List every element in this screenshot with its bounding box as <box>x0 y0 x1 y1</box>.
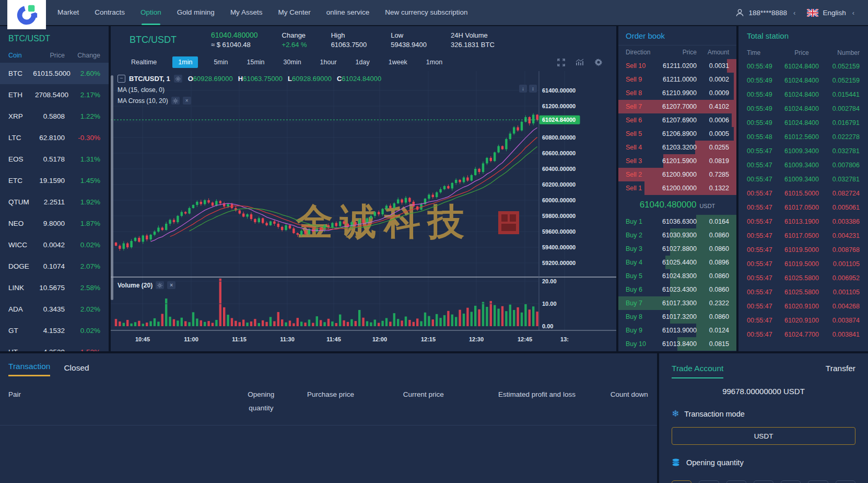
trade-price: 61020.9100 <box>780 317 823 324</box>
fullscreen-icon[interactable] <box>557 59 565 66</box>
quantity-option-button[interactable] <box>781 480 801 483</box>
buy-row[interactable]: Buy 561024.83000.0860 <box>618 269 736 283</box>
sell-row[interactable]: Sell 761207.70000.4102 <box>618 100 736 113</box>
sell-row[interactable]: Sell 461203.32000.0255 <box>618 141 736 154</box>
coin-row-qtum[interactable]: QTUM2.25111.92% <box>0 191 109 213</box>
scale-updown-arrow-icon[interactable]: ↕ <box>529 85 537 93</box>
ob-direction: Sell 10 <box>626 62 654 70</box>
quantity-option-button[interactable] <box>808 480 828 483</box>
trade-account-title[interactable]: Trade Account <box>672 364 723 378</box>
coin-row-xrp[interactable]: XRP0.58081.22% <box>0 106 109 127</box>
trade-price: 61024.7700 <box>780 331 823 338</box>
ob-direction: Buy 7 <box>626 300 654 307</box>
trade-number: 0.003874 <box>823 317 860 324</box>
buy-row[interactable]: Buy 161036.63000.0164 <box>618 215 736 228</box>
ob-price: 61200.9000 <box>654 171 697 178</box>
ma-cross-close-icon[interactable]: × <box>183 97 191 105</box>
quantity-option-button[interactable] <box>754 480 773 483</box>
buy-row[interactable]: Buy 761017.33000.2322 <box>618 296 736 310</box>
sell-row[interactable]: Sell 561206.89000.0005 <box>618 127 736 141</box>
quantity-option-button[interactable] <box>836 480 855 483</box>
volume-close-icon[interactable]: × <box>167 281 175 289</box>
scale-down-arrow-icon[interactable]: ↓ <box>519 85 527 93</box>
svg-text:20.00: 20.00 <box>542 278 557 284</box>
brand-logo[interactable] <box>7 0 46 29</box>
coin-row-eth[interactable]: ETH2708.54002.17% <box>0 84 109 106</box>
coin-symbol: LINK <box>8 284 39 292</box>
buy-row[interactable]: Buy 461025.44000.0896 <box>618 256 736 269</box>
ob-price: 61030.9300 <box>654 232 697 239</box>
timeframe-Realtime[interactable]: Realtime <box>128 56 160 68</box>
coin-row-eos[interactable]: EOS0.51781.31% <box>0 148 109 170</box>
nav-item-option[interactable]: Option <box>140 0 161 25</box>
user-phone[interactable]: 188****8888 <box>748 9 787 17</box>
ob-price: 61207.7000 <box>654 103 697 110</box>
nav-item-my-assets[interactable]: My Assets <box>230 0 263 25</box>
buy-row[interactable]: Buy 361027.88000.0860 <box>618 242 736 256</box>
nav-item-my-center[interactable]: My Center <box>278 0 310 25</box>
last-trade-unit: USDT <box>699 203 715 209</box>
chart-settings-gear-icon[interactable] <box>594 58 603 66</box>
series-settings-gear-icon[interactable] <box>174 75 182 83</box>
timeframe-1hour[interactable]: 1hour <box>317 56 340 68</box>
coin-row-ht[interactable]: HT4.3529-1.53% <box>0 341 109 351</box>
tab-closed[interactable]: Closed <box>64 363 89 376</box>
coin-row-wicc[interactable]: WICC0.00420.02% <box>0 234 109 256</box>
sell-row[interactable]: Sell 661207.69000.0006 <box>618 113 736 127</box>
buy-row[interactable]: Buy 261030.93000.0860 <box>618 228 736 242</box>
timeframe-1mon[interactable]: 1mon <box>423 56 445 68</box>
nav-item-online-service[interactable]: online service <box>326 0 370 25</box>
timeframe-1week[interactable]: 1week <box>385 56 410 68</box>
buy-row[interactable]: Buy 661023.43000.0860 <box>618 283 736 296</box>
sell-row[interactable]: Sell 161200.00000.1322 <box>618 181 736 195</box>
kline-chart[interactable]: 61400.0000061200.0000060800.0000060600.0… <box>111 71 616 351</box>
mode-usdt-button[interactable]: USDT <box>672 427 855 445</box>
trade-time: 00:55:47 <box>747 289 780 296</box>
sell-row[interactable]: Sell 961211.00000.0002 <box>618 73 736 86</box>
indicator-chart-icon[interactable] <box>576 59 584 66</box>
coin-row-etc[interactable]: ETC19.15901.45% <box>0 170 109 191</box>
user-menu-chevron-icon[interactable]: ‹ <box>793 9 795 17</box>
coin-row-gt[interactable]: GT4.15320.02% <box>0 320 109 341</box>
svg-text:13:: 13: <box>560 336 569 342</box>
sell-row[interactable]: Sell 1061211.02000.0031 <box>618 59 736 73</box>
coin-row-link[interactable]: LINK10.56752.58% <box>0 277 109 298</box>
coin-row-neo[interactable]: NEO9.80001.87% <box>0 213 109 234</box>
sell-row[interactable]: Sell 861210.99000.0009 <box>618 86 736 100</box>
nav-item-market[interactable]: Market <box>57 0 79 25</box>
buy-row[interactable]: Buy 861017.32000.0860 <box>618 310 736 324</box>
buy-row[interactable]: Buy 961013.90000.0124 <box>618 324 736 337</box>
timeframe-5min[interactable]: 5min <box>210 56 231 68</box>
coin-row-ada[interactable]: ADA0.34352.02% <box>0 298 109 320</box>
timeframe-1min[interactable]: 1min <box>172 56 198 68</box>
chart-left-scrollbar[interactable] <box>111 75 113 300</box>
trade-row: 00:55:4761019.50000.001105 <box>738 257 868 271</box>
nav-item-gold-mining[interactable]: Gold mining <box>177 0 215 25</box>
total-station-title: Total station <box>738 26 868 47</box>
language-chevron-icon[interactable]: ‹ <box>852 9 854 17</box>
volume-gear-icon[interactable] <box>156 281 164 289</box>
nav-item-contracts[interactable]: Contracts <box>95 0 125 25</box>
nav-item-new-currency-subscription[interactable]: New currency subscription <box>385 0 467 25</box>
coin-symbol: ADA <box>8 305 39 313</box>
timeframe-15min[interactable]: 15min <box>244 56 268 68</box>
tab-transaction[interactable]: Transaction <box>8 362 50 376</box>
language-selector[interactable]: English <box>823 9 846 17</box>
buy-row[interactable]: Buy 1061013.84000.0815 <box>618 337 736 351</box>
coin-row-btc[interactable]: BTC61015.50002.60% <box>0 63 109 84</box>
coin-change: 1.87% <box>70 220 100 227</box>
timeframe-1day[interactable]: 1day <box>353 56 373 68</box>
ma-cross-gear-icon[interactable] <box>171 97 180 105</box>
coin-price: 0.5808 <box>39 112 70 120</box>
stat-low: Low59438.9400 <box>391 31 427 49</box>
quantity-option-button[interactable] <box>699 480 719 483</box>
timeframe-30min[interactable]: 30min <box>280 56 304 68</box>
quantity-option-button[interactable] <box>672 480 691 483</box>
transfer-link[interactable]: Transfer <box>826 364 855 373</box>
collapse-legend-icon[interactable]: − <box>118 75 125 83</box>
sell-row[interactable]: Sell 361201.59000.0819 <box>618 154 736 168</box>
coin-row-ltc[interactable]: LTC62.8100-0.30% <box>0 127 109 148</box>
quantity-option-button[interactable] <box>726 480 746 483</box>
sell-row[interactable]: Sell 261200.90000.7285 <box>618 168 736 181</box>
coin-row-doge[interactable]: DOGE0.10742.07% <box>0 256 109 277</box>
